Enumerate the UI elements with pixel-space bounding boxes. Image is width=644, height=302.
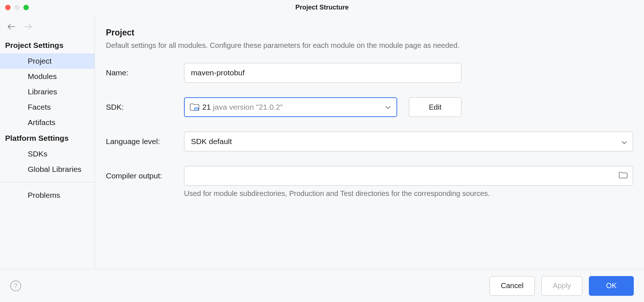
sidebar-item-problems[interactable]: Problems	[0, 188, 95, 203]
sidebar-header-platform-settings: Platform Settings	[0, 130, 95, 146]
name-row: Name:	[106, 63, 633, 83]
sidebar: Project Settings Project Modules Librari…	[0, 15, 95, 269]
sidebar-item-label: Facets	[28, 103, 51, 111]
chevron-down-icon	[622, 137, 627, 146]
nav-back-button[interactable]	[7, 23, 15, 31]
language-level-label: Language level:	[106, 137, 184, 146]
sidebar-divider	[0, 182, 95, 182]
ok-button[interactable]: OK	[589, 276, 634, 296]
footer-buttons: Cancel Apply OK	[490, 276, 634, 296]
sidebar-item-label: Modules	[28, 72, 57, 80]
apply-button: Apply	[541, 276, 582, 296]
help-button[interactable]: ?	[10, 280, 21, 291]
sidebar-item-label: Artifacts	[28, 118, 55, 127]
compiler-output-hint: Used for module subdirectories, Producti…	[184, 189, 633, 198]
content-panel: Project Default settings for all modules…	[95, 15, 644, 269]
sdk-folder-icon	[190, 103, 199, 111]
language-level-select[interactable]: SDK default	[184, 132, 633, 151]
compiler-output-input[interactable]	[189, 171, 628, 180]
sidebar-item-label: Libraries	[28, 87, 57, 96]
sdk-value-main: 21	[202, 103, 211, 112]
edit-sdk-button[interactable]: Edit	[409, 97, 461, 117]
language-level-row: Language level: SDK default	[106, 132, 633, 151]
sdk-row: SDK: 21 java version "21.0.2" Edit	[106, 97, 633, 117]
close-window-button[interactable]	[5, 5, 11, 10]
sidebar-header-project-settings: Project Settings	[0, 41, 95, 53]
sidebar-item-artifacts[interactable]: Artifacts	[0, 115, 95, 130]
nav-forward-button	[24, 23, 32, 31]
chevron-down-icon	[386, 104, 391, 110]
svg-point-0	[195, 107, 198, 109]
language-level-value: SDK default	[191, 137, 232, 146]
name-label: Name:	[106, 68, 184, 77]
sidebar-item-global-libraries[interactable]: Global Libraries	[0, 162, 95, 177]
sidebar-item-sdks[interactable]: SDKs	[0, 146, 95, 162]
window-title: Project Structure	[295, 4, 349, 11]
titlebar: Project Structure	[0, 0, 644, 15]
nav-arrows	[0, 23, 95, 41]
sidebar-item-label: SDKs	[28, 150, 47, 158]
minimize-window-button[interactable]	[14, 5, 20, 10]
footer: ? Cancel Apply OK	[0, 269, 644, 302]
main-area: Project Settings Project Modules Librari…	[0, 15, 644, 269]
browse-folder-icon[interactable]	[619, 171, 628, 180]
sidebar-item-libraries[interactable]: Libraries	[0, 84, 95, 99]
content-title: Project	[106, 28, 633, 38]
window-controls	[5, 5, 29, 10]
sidebar-item-label: Project	[28, 57, 51, 65]
sdk-select[interactable]: 21 java version "21.0.2"	[184, 97, 397, 117]
maximize-window-button[interactable]	[23, 5, 29, 10]
sidebar-item-label: Problems	[28, 191, 60, 199]
cancel-button[interactable]: Cancel	[490, 276, 535, 296]
sdk-label: SDK:	[106, 103, 184, 112]
content-subtitle: Default settings for all modules. Config…	[106, 41, 633, 50]
sidebar-item-facets[interactable]: Facets	[0, 99, 95, 115]
sidebar-item-label: Global Libraries	[28, 165, 81, 173]
sdk-value-sub: java version "21.0.2"	[213, 103, 283, 112]
compiler-output-row: Compiler output:	[106, 166, 633, 186]
name-input[interactable]	[184, 63, 461, 83]
sidebar-item-modules[interactable]: Modules	[0, 69, 95, 84]
compiler-output-field	[184, 166, 633, 186]
compiler-output-label: Compiler output:	[106, 171, 184, 180]
sidebar-item-project[interactable]: Project	[0, 53, 95, 69]
